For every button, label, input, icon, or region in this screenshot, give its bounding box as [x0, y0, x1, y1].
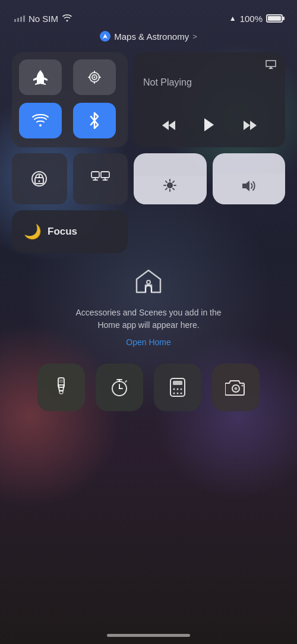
svg-point-21 — [168, 183, 172, 188]
screen-lock-button[interactable] — [12, 153, 67, 204]
media-controls — [143, 114, 276, 139]
svg-line-41 — [125, 381, 127, 382]
airplane-mode-button[interactable] — [19, 59, 62, 95]
flashlight-button[interactable] — [37, 364, 85, 411]
connectivity-panel — [12, 52, 128, 147]
secondary-controls — [12, 153, 128, 204]
svg-point-48 — [177, 393, 179, 394]
moon-icon: 🌙 — [24, 223, 42, 240]
screen-mirror-button[interactable] — [73, 153, 128, 204]
svg-point-46 — [181, 389, 182, 390]
svg-line-27 — [173, 188, 174, 190]
second-row — [12, 153, 285, 204]
wifi-button[interactable] — [19, 103, 62, 138]
location-icon — [100, 31, 110, 42]
cellular-button[interactable] — [73, 59, 116, 95]
chevron-icon: > — [192, 32, 197, 41]
svg-rect-15 — [91, 172, 99, 178]
brightness-icon — [163, 178, 177, 196]
brightness-slider[interactable] — [134, 153, 207, 204]
bluetooth-button[interactable] — [73, 103, 116, 138]
location-bar[interactable]: Maps & Astronomy > — [100, 31, 197, 42]
svg-line-28 — [173, 181, 174, 182]
battery-fill — [268, 16, 281, 21]
focus-button[interactable]: 🌙 Focus — [12, 210, 128, 253]
svg-line-29 — [166, 188, 167, 190]
status-right: ▲ 100% — [229, 14, 283, 24]
timer-button[interactable] — [96, 364, 143, 411]
calculator-button[interactable] — [154, 364, 201, 411]
svg-point-31 — [147, 280, 150, 284]
top-row: Not Playing — [12, 52, 285, 147]
svg-rect-16 — [101, 172, 109, 178]
home-indicator — [107, 634, 190, 637]
control-center: No SIM ▲ 100% Maps & Astronomy > — [0, 0, 297, 644]
svg-point-51 — [235, 387, 238, 390]
svg-rect-32 — [58, 378, 64, 387]
no-sim-label: No SIM — [29, 14, 58, 24]
home-icon — [134, 267, 163, 301]
now-playing-panel: Not Playing — [134, 52, 285, 147]
rewind-button[interactable] — [158, 116, 179, 137]
svg-point-52 — [242, 385, 244, 387]
svg-marker-8 — [169, 121, 175, 130]
now-playing-title: Not Playing — [143, 77, 276, 88]
camera-button[interactable] — [212, 364, 260, 411]
svg-point-45 — [177, 389, 179, 390]
play-button[interactable] — [200, 114, 219, 139]
battery-percentage: 100% — [240, 14, 263, 24]
signal-bars — [14, 15, 25, 22]
svg-point-49 — [181, 393, 182, 394]
wifi-status-icon — [62, 13, 72, 24]
svg-marker-10 — [244, 121, 250, 130]
svg-marker-11 — [250, 121, 257, 130]
status-bar: No SIM ▲ 100% — [0, 0, 297, 29]
svg-line-26 — [166, 181, 167, 182]
status-left: No SIM — [14, 13, 72, 24]
open-home-link[interactable]: Open Home — [126, 337, 170, 347]
focus-row: 🌙 Focus — [12, 210, 285, 253]
svg-rect-43 — [173, 381, 182, 385]
homekit-description: Accessories and Scenes you add in the Ho… — [65, 307, 232, 332]
svg-point-47 — [173, 393, 175, 394]
homekit-section: Accessories and Scenes you add in the Ho… — [65, 267, 232, 347]
svg-marker-30 — [242, 181, 249, 191]
location-app-label: Maps & Astronomy — [114, 31, 189, 42]
volume-icon — [241, 179, 257, 196]
volume-slider[interactable] — [213, 153, 286, 204]
svg-point-44 — [173, 389, 175, 390]
cc-container: Not Playing — [12, 52, 285, 253]
airplay-icon[interactable] — [265, 59, 277, 73]
svg-marker-9 — [204, 118, 214, 131]
shortcuts-row — [37, 364, 260, 411]
svg-point-13 — [39, 181, 40, 182]
svg-marker-7 — [162, 121, 169, 130]
svg-point-2 — [93, 77, 95, 78]
fast-forward-button[interactable] — [239, 116, 261, 137]
battery-icon — [266, 14, 283, 23]
focus-label: Focus — [48, 226, 77, 238]
location-arrow-icon: ▲ — [229, 14, 236, 23]
